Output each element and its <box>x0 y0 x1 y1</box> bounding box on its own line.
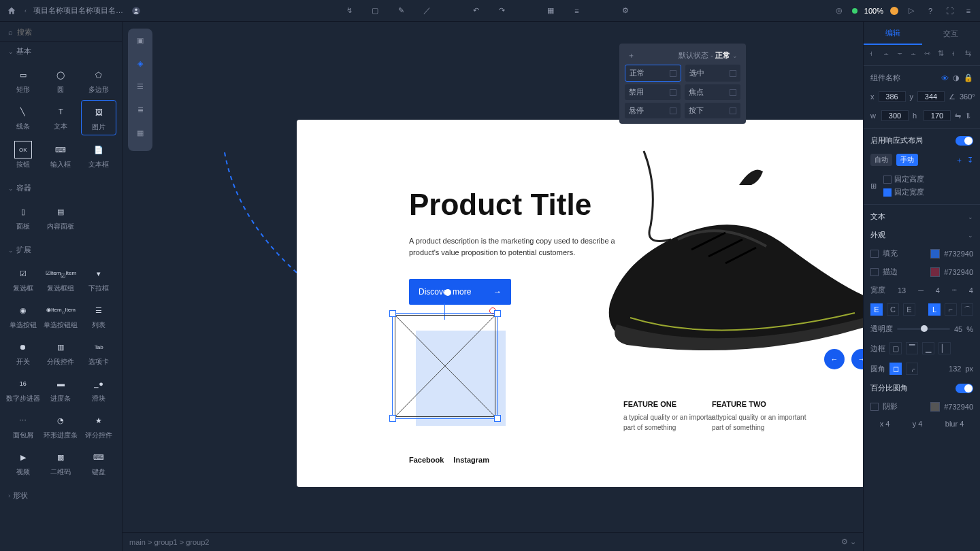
fullscreen-icon[interactable]: ⛶ <box>943 5 956 17</box>
image-tool-icon[interactable]: ▦ <box>544 5 557 17</box>
angle-val[interactable]: 360° <box>960 93 975 101</box>
tool-slider[interactable]: ⎯●滑块 <box>81 372 116 406</box>
align-center-icon[interactable]: ⫠ <box>883 49 892 59</box>
fill-hex[interactable]: #732940 <box>944 250 973 258</box>
tool-list[interactable]: ☰列表 <box>81 299 116 333</box>
border-b-icon[interactable]: ▁ <box>922 342 934 354</box>
shadow-blur[interactable]: blur 4 <box>945 420 964 428</box>
tool-number[interactable]: 16数字步进器 <box>5 372 41 406</box>
pct-radius-toggle[interactable] <box>956 384 973 393</box>
tool-text[interactable]: T文本 <box>44 100 79 135</box>
state-normal[interactable]: 正常 <box>625 65 681 82</box>
state-focus[interactable]: 焦点 <box>685 84 740 100</box>
state-disabled[interactable]: 禁用 <box>625 84 681 100</box>
tool-keyboard[interactable]: ⌨键盘 <box>81 446 116 480</box>
align-left-icon[interactable]: ⫞ <box>869 49 879 59</box>
cta-button[interactable]: Discover more → <box>409 279 511 305</box>
input-w[interactable] <box>881 110 909 121</box>
tool-checkboxgroup[interactable]: ☑Item☑Item复选框组 <box>44 262 79 296</box>
widgets-icon[interactable]: ▦ <box>133 125 148 140</box>
chevron-left-icon[interactable]: ‹ <box>24 7 27 14</box>
shadow-check[interactable] <box>870 403 879 411</box>
settings-icon[interactable]: ⚙ <box>619 5 632 17</box>
radius-uniform-icon[interactable]: ◻ <box>889 363 902 375</box>
opacity-val[interactable]: 45 <box>954 325 962 333</box>
fill-swatch[interactable] <box>930 249 940 258</box>
border-l-icon[interactable]: ▏ <box>938 342 951 354</box>
input-h[interactable] <box>924 110 951 121</box>
target-icon[interactable]: ◎ <box>833 5 845 17</box>
artboard-icon[interactable]: ▢ <box>369 5 381 17</box>
tool-tabs[interactable]: Tab选项卡 <box>81 335 116 369</box>
prev-button[interactable]: ← <box>824 349 845 369</box>
pen-icon[interactable]: ✎ <box>395 5 407 17</box>
artboard[interactable]: Product Title A product description is t… <box>297 120 863 487</box>
stroke-swatch[interactable] <box>930 267 940 277</box>
tool-line[interactable]: ╲线条 <box>5 100 41 135</box>
assets-icon[interactable]: ☰ <box>133 79 148 94</box>
shadow-swatch[interactable] <box>930 402 940 412</box>
home-icon[interactable] <box>5 5 18 17</box>
tool-video[interactable]: ▶视频 <box>5 446 41 480</box>
shadow-x[interactable]: 4 <box>885 420 889 428</box>
components-icon[interactable]: ▣ <box>133 33 148 48</box>
align-stretch-icon[interactable]: ⇆ <box>965 49 975 59</box>
handle-bl[interactable] <box>389 415 396 422</box>
stroke-w[interactable]: 13 <box>898 286 906 295</box>
join-r-icon[interactable]: ⌐ <box>945 303 957 316</box>
stroke-style-icon[interactable]: ─ <box>918 286 924 295</box>
tool-contentpanel[interactable]: ▤内容面板 <box>44 200 79 234</box>
join-l-icon[interactable]: L <box>928 303 941 316</box>
anchor-diagram[interactable]: ⊞ <box>870 182 877 190</box>
radius-val[interactable]: 132 <box>949 365 961 373</box>
tool-polygon[interactable]: ⬠多边形 <box>81 63 116 97</box>
cap-e-icon[interactable]: E <box>870 303 883 316</box>
default-state-val[interactable]: 正常 <box>715 51 730 59</box>
input-y[interactable] <box>917 91 945 102</box>
facebook-link[interactable]: Facebook <box>409 456 444 464</box>
section-expand[interactable]: ⌄扩展 <box>0 241 122 259</box>
clip-icon[interactable]: ◑ <box>953 73 960 82</box>
avatar-icon[interactable] <box>130 5 142 17</box>
state-selected[interactable]: 选中 <box>685 65 740 82</box>
handle-tr[interactable] <box>494 310 501 317</box>
align-right-icon[interactable]: ⫟ <box>896 49 906 59</box>
undo-icon[interactable]: ↶ <box>470 5 482 17</box>
tool-rect[interactable]: ▭矩形 <box>5 63 41 97</box>
cap-c-icon[interactable]: C <box>887 303 899 316</box>
tool-qr[interactable]: ▩二维码 <box>44 446 79 480</box>
sync-icon[interactable] <box>890 7 898 15</box>
align-more-icon[interactable]: ⫞ <box>951 49 961 59</box>
selection-box[interactable] <box>392 313 498 419</box>
project-tab[interactable]: 项目名称项目名称项目名… <box>33 5 123 16</box>
tool-textbox[interactable]: 📄文本框 <box>81 138 116 172</box>
redo-icon[interactable]: ↷ <box>495 5 508 17</box>
search-input[interactable] <box>17 28 114 36</box>
layers-icon[interactable]: ◈ <box>133 56 148 71</box>
undo-axis-icon[interactable]: ↯ <box>343 5 355 17</box>
join-c-icon[interactable]: ⌒ <box>961 303 973 316</box>
dist-v-icon[interactable]: ⇅ <box>938 49 947 59</box>
constraint-icon[interactable]: ↧ <box>967 156 973 165</box>
visibility-icon[interactable]: 👁 <box>941 74 949 82</box>
flip-v-icon[interactable]: ⥮ <box>965 112 971 120</box>
state-pressed[interactable]: 按下 <box>685 103 740 118</box>
layout-icon[interactable]: ≡ <box>570 5 583 17</box>
tool-breadcrumb[interactable]: ⋯面包屑 <box>5 409 41 443</box>
section-basic[interactable]: ⌄基本 <box>0 42 122 61</box>
instagram-link[interactable]: Instagram <box>453 456 489 464</box>
tool-radiogroup[interactable]: ◉Item○Item单选按钮组 <box>44 299 79 333</box>
searchbar[interactable]: ⌕ <box>0 22 122 42</box>
tool-switch[interactable]: ⏺开关 <box>5 335 41 369</box>
breadcrumb-options-icon[interactable]: ⚙ ⌄ <box>841 537 856 546</box>
section-shape[interactable]: ›形状 <box>0 486 122 505</box>
opacity-slider[interactable] <box>897 328 950 330</box>
tool-image[interactable]: 🖼图片 <box>81 100 116 135</box>
add-state-icon[interactable]: ＋ <box>627 50 635 61</box>
cap-e2-icon[interactable]: E <box>903 303 915 316</box>
stroke-dash-icon[interactable]: ┄ <box>952 286 957 295</box>
responsive-toggle[interactable] <box>956 136 973 146</box>
tool-dropdown[interactable]: ▾下拉框 <box>81 262 116 296</box>
stack-icon[interactable]: ≣ <box>133 102 148 117</box>
next-button[interactable]: → <box>851 349 863 369</box>
